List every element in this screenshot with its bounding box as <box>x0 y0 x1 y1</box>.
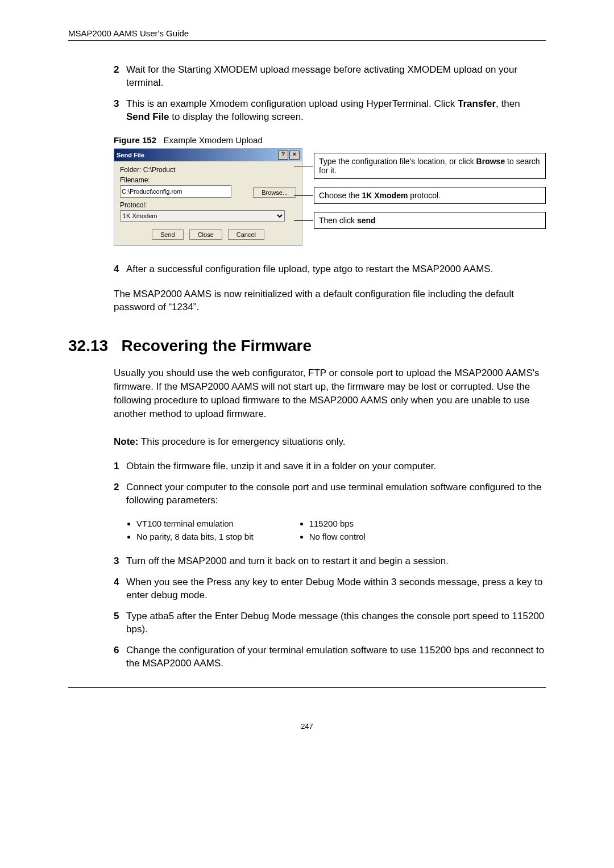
dialog-titlebar: Send File ? × <box>114 149 302 161</box>
dialog-title: Send File <box>117 152 144 158</box>
filename-input[interactable] <box>120 185 231 198</box>
protocol-label: Protocol: <box>120 201 296 209</box>
step-number: 4 <box>114 576 119 589</box>
step-text: Change the configuration of your termina… <box>126 645 544 669</box>
filename-label: Filename: <box>120 176 248 184</box>
step-text: Obtain the firmware file, unzip it and s… <box>126 461 436 471</box>
params-left: VT100 terminal emulation No parity, 8 da… <box>126 519 254 545</box>
step-text: Wait for the Starting XMODEM upload mess… <box>126 64 517 88</box>
param-item: No flow control <box>309 532 366 541</box>
step-text: After a successful configuration file up… <box>126 264 493 274</box>
step-b1: 1 Obtain the firmware file, unzip it and… <box>114 460 546 473</box>
annotations: Type the configuration file's location, … <box>314 148 546 246</box>
send-button[interactable]: Send <box>152 229 184 240</box>
figure-caption: Figure 152 Example Xmodem Upload <box>114 135 546 145</box>
step-text: Turn off the MSAP2000 and turn it back o… <box>126 556 449 566</box>
step-2: 2 Wait for the Starting XMODEM upload me… <box>114 64 546 90</box>
step-number: 5 <box>114 610 119 623</box>
step-number: 2 <box>114 481 119 494</box>
step-text: This is an example Xmodem configuration … <box>126 98 520 122</box>
step-number: 1 <box>114 460 119 473</box>
step-3: 3 This is an example Xmodem configuratio… <box>114 98 546 124</box>
terminal-params: VT100 terminal emulation No parity, 8 da… <box>114 519 546 545</box>
dialog-body: Folder: C:\Product Filename: Browse... P… <box>114 161 302 245</box>
step-text: Type atba5 after the Enter Debug Mode me… <box>126 611 544 635</box>
step-number: 3 <box>114 555 119 568</box>
page-number: 247 <box>68 722 546 731</box>
step-b2: 2 Connect your computer to the console p… <box>114 481 546 507</box>
cancel-button[interactable]: Cancel <box>228 229 264 240</box>
section-heading: 32.13 Recovering the Firmware <box>68 337 546 355</box>
step-c3: 3 Turn off the MSAP2000 and turn it back… <box>114 555 546 568</box>
param-item: No parity, 8 data bits, 1 stop bit <box>136 532 254 541</box>
step-text: When you see the Press any key to enter … <box>126 577 542 600</box>
param-item: VT100 terminal emulation <box>136 519 254 528</box>
header-title: MSAP2000 AAMS User's Guide <box>68 28 189 38</box>
annotation-2: Choose the 1K Xmodem protocol. <box>314 187 546 204</box>
folder-label: Folder: C:\Product <box>120 166 296 174</box>
section-intro: Usually you should use the web configura… <box>114 366 546 420</box>
close-icon[interactable]: × <box>289 151 300 160</box>
step-text: Connect your computer to the console por… <box>126 482 541 506</box>
close-button[interactable]: Close <box>189 229 222 240</box>
step-number: 6 <box>114 644 119 657</box>
step-c5: 5 Type atba5 after the Enter Debug Mode … <box>114 610 546 636</box>
params-right: 115200 bps No flow control <box>299 519 366 545</box>
annotation-3: Then click send <box>314 212 546 229</box>
step-number: 3 <box>114 98 119 111</box>
page-body: 2 Wait for the Starting XMODEM upload me… <box>68 64 546 276</box>
send-file-dialog: Send File ? × Folder: C:\Product Filenam… <box>114 148 302 246</box>
step-number: 2 <box>114 64 119 77</box>
step-c6: 6 Change the configuration of your termi… <box>114 644 546 670</box>
protocol-select[interactable]: 1K Xmodem <box>120 210 285 222</box>
figure-area: Send File ? × Folder: C:\Product Filenam… <box>114 148 546 246</box>
help-icon[interactable]: ? <box>278 151 288 160</box>
step-4: 4 After a successful configuration file … <box>114 263 546 276</box>
param-item: 115200 bps <box>309 519 366 528</box>
step-c4: 4 When you see the Press any key to ente… <box>114 576 546 602</box>
browse-button[interactable]: Browse... <box>253 187 296 198</box>
summary-paragraph: The MSAP2000 AAMS is now reinitialized w… <box>68 287 546 315</box>
annotation-1: Type the configuration file's location, … <box>314 153 546 179</box>
note-line: Note: This procedure is for emergency si… <box>114 435 546 449</box>
page-header: MSAP2000 AAMS User's Guide <box>68 28 546 41</box>
step-number: 4 <box>114 263 119 276</box>
